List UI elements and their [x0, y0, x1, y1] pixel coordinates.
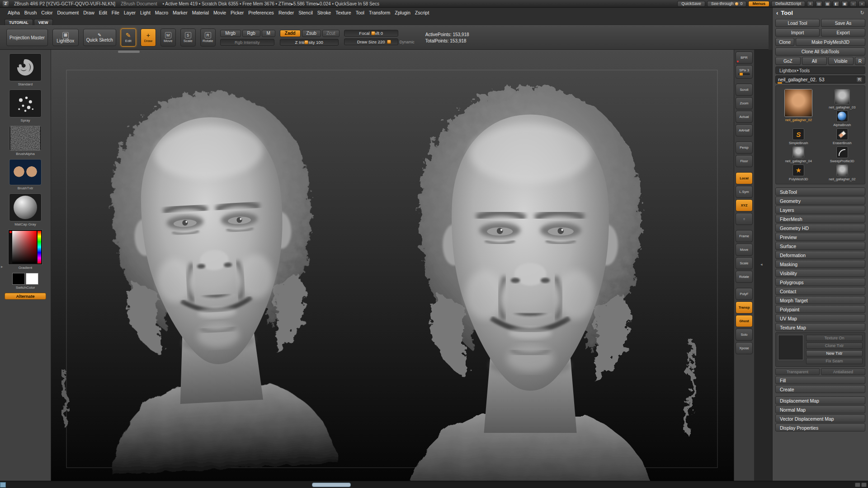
- section-create[interactable]: Create: [775, 385, 865, 393]
- z-intensity-handle[interactable]: [304, 40, 308, 44]
- spix-slider[interactable]: [738, 73, 750, 75]
- tab-tutorial[interactable]: TUTORIAL: [5, 19, 33, 25]
- bpr-button[interactable]: BPR: [736, 52, 753, 64]
- circle-icon[interactable]: ○: [850, 1, 857, 7]
- polyf-button[interactable]: PolyF: [736, 288, 753, 300]
- hue-strip[interactable]: [38, 231, 41, 263]
- goz-button[interactable]: GoZ: [775, 57, 801, 65]
- document-icon[interactable]: ▤: [816, 1, 822, 7]
- bottom-left-handle[interactable]: [0, 482, 6, 488]
- lightbox-tools-row[interactable]: Lightbox‣Tools: [775, 66, 865, 74]
- section-fill[interactable]: Fill: [775, 376, 865, 384]
- import-button[interactable]: Import: [775, 28, 820, 37]
- rgb-intensity-slider[interactable]: Rgb Intensity: [220, 39, 274, 46]
- texture-map-thumbnail[interactable]: [778, 335, 803, 360]
- section-texture-map[interactable]: Texture Map: [775, 323, 865, 331]
- zadd-button[interactable]: Zadd: [280, 30, 301, 37]
- menu-preferences[interactable]: Preferences: [246, 9, 276, 16]
- spix-button[interactable]: SPix 3: [736, 65, 753, 79]
- lightbox-button[interactable]: ▦LightBox: [52, 29, 79, 46]
- move-view-button[interactable]: Move: [736, 244, 753, 256]
- load-tool-button[interactable]: Load Tool: [775, 19, 820, 27]
- draw-button[interactable]: +Draw: [141, 28, 156, 47]
- horizontal-scrollbar[interactable]: [312, 483, 351, 487]
- draw-size-slider[interactable]: Draw Size 220: [344, 38, 398, 45]
- menu-tool[interactable]: Tool: [354, 9, 367, 16]
- clone-all-subtools-button[interactable]: Clone All SubTools: [775, 47, 865, 56]
- menus-button[interactable]: Menus: [748, 1, 769, 7]
- scroll-button[interactable]: Scroll: [736, 84, 753, 96]
- rotate-view-button[interactable]: Rotate: [736, 271, 753, 283]
- pivot-button[interactable]: ○: [736, 213, 753, 225]
- rotate-button[interactable]: RRotate: [200, 28, 216, 47]
- grid-icon[interactable]: ▦: [824, 1, 831, 7]
- section-preview[interactable]: Preview: [775, 233, 865, 241]
- tool-thumb-active[interactable]: neil_gallagher_02: [777, 89, 820, 122]
- bottom-right-buttons[interactable]: [855, 483, 867, 487]
- edit-button[interactable]: ✎Edit: [121, 28, 136, 47]
- tool-thumb-3[interactable]: S SimpleBrush: [777, 128, 820, 145]
- local-button[interactable]: Local: [736, 172, 753, 184]
- section-geometry-hd[interactable]: Geometry HD: [775, 224, 865, 232]
- menu-draw[interactable]: Draw: [81, 9, 97, 16]
- export-button[interactable]: Export: [821, 28, 865, 37]
- menu-picker[interactable]: Picker: [228, 9, 246, 16]
- section-surface[interactable]: Surface: [775, 242, 865, 250]
- tool-thumb-1[interactable]: neil_gallagher_03: [821, 89, 863, 109]
- solo-button[interactable]: Solo: [736, 328, 753, 341]
- goz-all-button[interactable]: All: [802, 57, 827, 65]
- tool-thumb-2[interactable]: AlphaBrush: [821, 110, 863, 127]
- tool-r-button[interactable]: R: [856, 77, 863, 83]
- quicksave-button[interactable]: QuickSave: [677, 1, 705, 7]
- section-polypaint[interactable]: Polypaint: [775, 305, 865, 313]
- clone-txtr-button[interactable]: Clone Txtr: [806, 343, 863, 349]
- menu-file[interactable]: File: [109, 9, 122, 16]
- restore-config-icon[interactable]: ↻: [860, 10, 864, 16]
- section-contact[interactable]: Contact: [775, 287, 865, 295]
- transp-button[interactable]: Transp: [736, 301, 753, 314]
- main-color-swatch[interactable]: [12, 273, 25, 285]
- section-polygroups[interactable]: Polygroups: [775, 278, 865, 286]
- section-visibility[interactable]: Visibility: [775, 269, 865, 277]
- switch-color[interactable]: SwitchColor: [12, 273, 38, 290]
- section-normal-map[interactable]: Normal Map: [775, 405, 865, 413]
- section-geometry[interactable]: Geometry: [775, 197, 865, 205]
- aahalf-button[interactable]: AAHalf: [736, 124, 753, 136]
- sliders-icon[interactable]: ≡: [807, 1, 814, 7]
- frame-button[interactable]: Frame: [736, 230, 753, 242]
- new-txtr-button[interactable]: New Txtr: [806, 350, 863, 357]
- focal-shift-slider[interactable]: Focal Shift 0: [344, 30, 398, 37]
- menu-zscript[interactable]: Zscript: [413, 9, 432, 16]
- see-through-button[interactable]: See-through0: [707, 1, 747, 7]
- antialiased-button[interactable]: Antialiased: [821, 368, 865, 375]
- persp-button[interactable]: Persp: [736, 141, 753, 154]
- fix-seam-button[interactable]: Fix Seam: [806, 358, 863, 364]
- lock-icon[interactable]: ▣: [841, 1, 848, 7]
- open-left-tray-icon[interactable]: ▸: [1, 264, 3, 269]
- current-tool-slider[interactable]: neil_gallagher_02. 53 R: [775, 75, 865, 84]
- collapse-panel-icon[interactable]: ◂: [760, 262, 763, 267]
- make-polymesh3d-button[interactable]: Make PolyMesh3D: [796, 38, 865, 46]
- dynamic-label[interactable]: Dynamic: [400, 40, 415, 44]
- menu-transform[interactable]: Transform: [367, 9, 392, 16]
- stroke-selector[interactable]: Spray: [9, 89, 42, 122]
- xpose-button[interactable]: Xpose: [736, 342, 753, 354]
- save-as-button[interactable]: Save As: [821, 19, 865, 27]
- texture-on-button[interactable]: Texture On: [806, 335, 863, 341]
- menu-edit[interactable]: Edit: [97, 9, 109, 16]
- material-selector[interactable]: MatCap Gray: [9, 193, 42, 226]
- floor-button[interactable]: Floor: [736, 155, 753, 167]
- menu-light[interactable]: Light: [138, 9, 153, 16]
- close-icon[interactable]: ×: [859, 1, 865, 7]
- section-masking[interactable]: Masking: [775, 260, 865, 268]
- xyz-button[interactable]: XYZ: [736, 199, 753, 211]
- section-vector-displacement-map[interactable]: Vector Displacement Map: [775, 414, 865, 422]
- secondary-color-swatch[interactable]: [26, 273, 38, 285]
- saturation-value-area[interactable]: [12, 231, 37, 263]
- tool-thumb-5[interactable]: neil_gallagher_04: [777, 146, 820, 163]
- rgb-button[interactable]: Rgb: [242, 30, 260, 37]
- tool-thumb-8[interactable]: neil_gallagher_02: [821, 164, 863, 181]
- mrgb-button[interactable]: Mrgb: [220, 30, 241, 37]
- menu-texture[interactable]: Texture: [333, 9, 353, 16]
- goz-visible-button[interactable]: Visible: [828, 57, 854, 65]
